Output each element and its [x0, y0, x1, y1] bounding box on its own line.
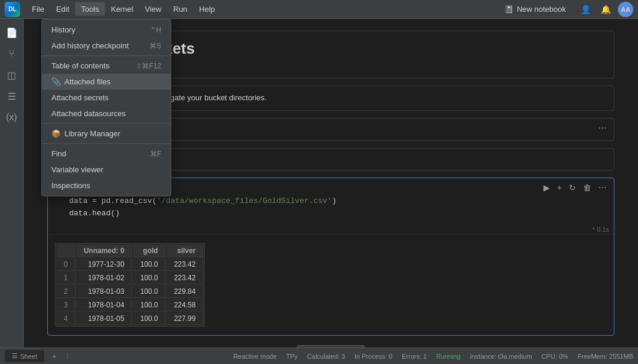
app-logo[interactable]: DL — [5, 2, 20, 17]
find-label: Find — [51, 149, 66, 158]
table-row: 01977-12-30100.0223.42 — [57, 258, 203, 271]
reactive-mode: Reactive mode — [233, 353, 276, 360]
menu-item-history[interactable]: History ⌃H — [42, 22, 171, 38]
notebook-name: New notebook — [517, 5, 566, 14]
table-cell: 4 — [57, 313, 76, 325]
instance-info: Instance: t3a.medium — [470, 353, 532, 360]
table-row: 21978-01-03100.0229.84 — [57, 286, 203, 298]
menu-item-inspections[interactable]: Inspections — [42, 178, 171, 194]
attached-files-icon: 📎 — [51, 77, 61, 86]
table-body: 01977-12-30100.0223.4211978-01-02100.022… — [57, 258, 203, 325]
sidebar-git-icon[interactable]: ⑂ — [3, 45, 21, 63]
errors-count: Errors: 1 — [402, 353, 427, 360]
notebook-icon: 📓 — [504, 5, 513, 14]
separator-1 — [42, 55, 171, 56]
notebook-title: 📓 New notebook — [504, 5, 566, 14]
menu-item-attached-datasources[interactable]: Attached datasources — [42, 106, 171, 122]
menu-item-attached-files[interactable]: 📎 Attached files — [42, 74, 171, 90]
separator-2 — [42, 123, 171, 124]
language-indicator: TPy — [286, 353, 298, 360]
table-cell: 223.42 — [167, 258, 203, 271]
th-silver: silver — [167, 245, 203, 257]
sidebar-packages-icon[interactable]: ◫ — [3, 66, 21, 84]
table-cell: 100.0 — [133, 299, 165, 311]
freemem-info: FreeMem: 2551MB — [578, 353, 633, 360]
attached-secrets-label: Attached secrets — [51, 93, 109, 102]
menu-kernel[interactable]: Kernel — [105, 2, 139, 16]
user-icon[interactable]: 👤 — [578, 2, 593, 17]
table-cell: 100.0 — [133, 258, 165, 271]
toc-label: Table of contents — [51, 61, 109, 70]
table-cell: 229.84 — [167, 286, 203, 298]
code-cell-main: ▶ + ↻ 🗑 ⋯ 151 import pandas as pd data =… — [47, 178, 614, 335]
status-right: Reactive mode TPy Calculated: 3 In Proce… — [233, 353, 633, 360]
sidebar-variables-icon[interactable]: (x) — [3, 109, 21, 126]
sheet-icon: ☰ — [12, 352, 18, 360]
table-cell: 223.42 — [167, 272, 203, 284]
menu-edit[interactable]: Edit — [50, 2, 75, 16]
th-index — [57, 245, 76, 257]
status-left: ☰ Sheet + ⋮ — [5, 350, 71, 362]
menu-view[interactable]: View — [139, 2, 167, 16]
attached-files-label: Attached files — [64, 77, 110, 86]
sheet-tab-label: Sheet — [20, 353, 37, 360]
variable-viewer-label: Variable viewer — [51, 165, 103, 174]
settings-icon[interactable]: ⋮ — [64, 352, 71, 360]
inspections-label: Inspections — [51, 181, 90, 190]
output-area: Unnamed: 0 gold silver 01977-12-30100.02… — [48, 234, 614, 335]
th-gold: gold — [133, 245, 165, 257]
menu-item-variable-viewer[interactable]: Variable viewer — [42, 162, 171, 178]
menubar: DL File Edit Tools Kernel View Run Help … — [0, 0, 638, 19]
sidebar-files-icon[interactable]: 📄 — [3, 24, 21, 41]
table-cell: 1 — [57, 272, 76, 284]
menu-item-toc[interactable]: Table of contents ⇧⌘F12 — [42, 58, 171, 74]
code-line-2: data = pd.read_csv('/data/workspace_file… — [69, 195, 607, 208]
cell-toolbar-1: ⋯ — [596, 122, 609, 134]
calculated-count: Calculated: 3 — [307, 353, 345, 360]
sheet-tab[interactable]: ☰ Sheet — [5, 350, 44, 362]
table-cell: 100.0 — [133, 272, 165, 284]
menu-item-find[interactable]: Find ⌘F — [42, 146, 171, 162]
th-unnamed: Unnamed: 0 — [77, 245, 132, 257]
table-cell: 3 — [57, 299, 76, 311]
table-cell: 224.58 — [167, 299, 203, 311]
sidebar-list-icon[interactable]: ☰ — [3, 87, 21, 105]
menu-item-add-history[interactable]: Add history checkpoint ⌘S — [42, 38, 171, 54]
history-shortcut: ⌃H — [150, 26, 161, 34]
table-cell: 100.0 — [133, 286, 165, 298]
add-code-cell-button[interactable]: Add code cell — [297, 345, 365, 347]
add-history-label: Add history checkpoint — [51, 41, 129, 50]
table-cell: 1978-01-02 — [77, 272, 132, 284]
add-code-cell-area: Add code cell — [47, 345, 614, 347]
table-row: 31978-01-04100.0224.58 — [57, 299, 203, 311]
menu-run[interactable]: Run — [167, 2, 193, 16]
menu-tools[interactable]: Tools — [75, 2, 105, 16]
bell-icon[interactable]: 🔔 — [598, 2, 613, 17]
menu-file[interactable]: File — [26, 2, 50, 16]
library-manager-label: Library Manager — [64, 129, 121, 138]
menu-item-library-manager[interactable]: 📦 Library Manager — [42, 126, 171, 142]
menu-item-attached-secrets[interactable]: Attached secrets — [42, 90, 171, 106]
output-table: Unnamed: 0 gold silver 01977-12-30100.02… — [55, 243, 205, 327]
toc-shortcut: ⇧⌘F12 — [136, 62, 161, 70]
avatar[interactable]: AA — [618, 2, 633, 17]
table-cell: 227.99 — [167, 313, 203, 325]
expand-btn-1[interactable]: ⋯ — [596, 122, 609, 134]
table-header-row: Unnamed: 0 gold silver — [57, 245, 203, 257]
table-row: 41978-01-05100.0227.99 — [57, 313, 203, 325]
table-cell: 0 — [57, 258, 76, 271]
menu-help[interactable]: Help — [193, 2, 221, 16]
time-value: 0.1s — [597, 226, 609, 233]
table-row: 11978-01-02100.0223.42 — [57, 272, 203, 284]
cpu-info: CPU: 0% — [542, 353, 568, 360]
in-process-count: In Process: 0 — [354, 353, 392, 360]
attached-datasources-label: Attached datasources — [51, 109, 126, 118]
table-cell: 100.0 — [133, 313, 165, 325]
table-cell: 1978-01-05 — [77, 313, 132, 325]
sidebar-icons: 📄 ⑂ ◫ ☰ (x) — [0, 19, 24, 347]
table-cell: 1978-01-03 — [77, 286, 132, 298]
exec-time: * 0.1s — [48, 225, 614, 234]
add-tab-btn[interactable]: + — [49, 352, 60, 361]
top-right-icons: 👤 🔔 AA — [578, 2, 633, 17]
status-bar: ☰ Sheet + ⋮ Reactive mode TPy Calculated… — [0, 347, 638, 364]
